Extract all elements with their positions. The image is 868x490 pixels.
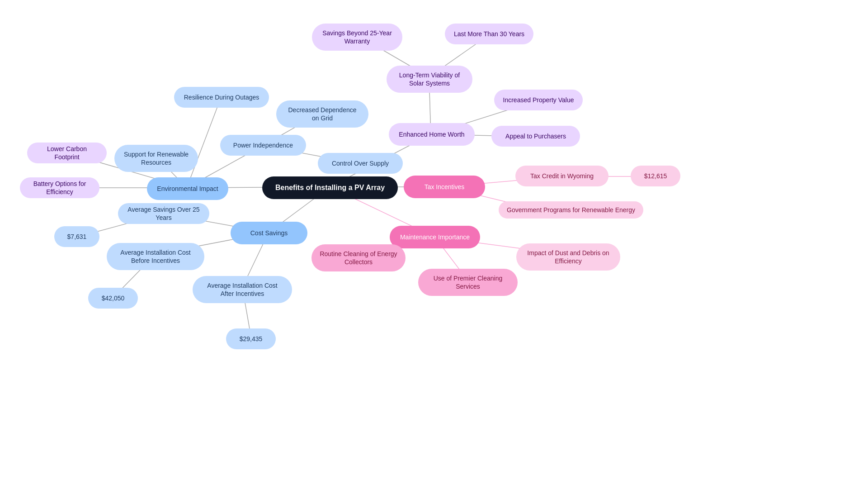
increased-property-node: Increased Property Value [494,90,583,110]
cost-savings-node: Cost Savings [231,222,307,244]
enhanced-home-worth-node: Enhanced Home Worth [389,123,475,146]
value-29435-node: $29,435 [226,328,276,349]
avg-install-before-node: Average Installation Cost Before Incenti… [107,243,204,270]
routine-cleaning-node: Routine Cleaning of Energy Collectors [311,244,406,271]
value-7631-node: $7,631 [54,226,99,247]
last-30-years-node: Last More Than 30 Years [445,24,533,44]
power-independence-node: Power Independence [220,135,306,156]
tax-credit-wyoming-node: Tax Credit in Wyoming [515,166,609,186]
impact-dust-node: Impact of Dust and Debris on Efficiency [516,243,620,271]
appeal-purchasers-node: Appeal to Purchasers [491,126,580,147]
long-term-viability-node: Long-Term Viability of Solar Systems [387,66,472,93]
decreased-dependence-node: Decreased Dependence on Grid [276,100,368,128]
avg-install-after-node: Average Installation Cost After Incentiv… [193,276,292,303]
savings-warranty-node: Savings Beyond 25-Year Warranty [312,24,402,51]
lower-carbon-node: Lower Carbon Footprint [27,143,107,163]
maintenance-importance-node: Maintenance Importance [390,226,480,248]
battery-options-node: Battery Options for Efficiency [20,177,99,198]
center-node: Benefits of Installing a PV Array [262,176,398,199]
avg-savings-25-node: Average Savings Over 25 Years [118,203,209,224]
support-renewable-node: Support for Renewable Resources [114,145,198,172]
value-12615-node: $12,615 [631,166,680,186]
gov-programs-node: Government Programs for Renewable Energy [499,201,643,219]
environmental-impact-node: Environmental Impact [147,177,228,200]
resilience-outages-node: Resilience During Outages [174,87,269,108]
value-42050-node: $42,050 [88,288,138,309]
use-premier-node: Use of Premier Cleaning Services [418,269,518,296]
tax-incentives-node: Tax Incentives [404,176,485,198]
control-supply-node: Control Over Supply [318,153,403,174]
svg-line-6 [187,97,221,188]
